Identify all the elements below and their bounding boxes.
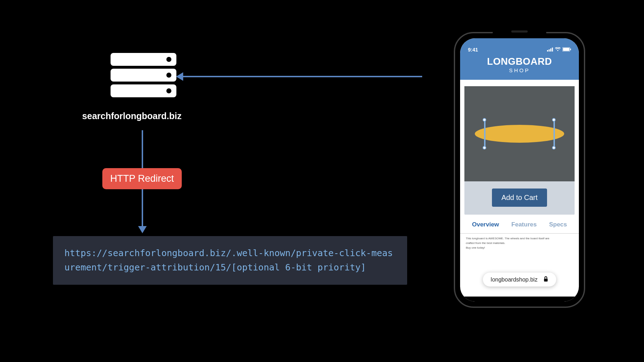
- screen-bottom-mask: [460, 297, 579, 302]
- url-text: longboardshop.biz: [491, 277, 538, 283]
- tabs-divider: [460, 233, 579, 234]
- add-to-cart-button[interactable]: Add to Cart: [492, 189, 547, 207]
- product-card: Add to Cart: [464, 86, 575, 215]
- desc-line: Buy one today!: [466, 246, 573, 250]
- server-row: [111, 69, 176, 82]
- server-icon: [111, 53, 176, 97]
- svg-rect-3: [552, 48, 553, 52]
- server-row: [111, 53, 176, 66]
- server-row: [111, 84, 176, 97]
- svg-rect-1: [549, 49, 550, 52]
- phone-notch: [493, 28, 546, 38]
- tab-specs[interactable]: Specs: [549, 221, 567, 228]
- signal-icon: [547, 47, 553, 53]
- server-block: searchforlongboard.biz: [109, 53, 177, 121]
- app-title: LONGBOARD: [460, 56, 579, 67]
- status-indicators: [547, 47, 571, 53]
- tabs: Overview Features Specs: [460, 215, 579, 231]
- svg-rect-7: [544, 279, 547, 282]
- svg-rect-0: [547, 50, 548, 52]
- browser-url-pill[interactable]: longboardshop.biz: [483, 273, 556, 287]
- tab-features[interactable]: Features: [511, 221, 537, 228]
- app-header: LONGBOARD SHOP: [460, 54, 579, 80]
- wifi-icon: [555, 47, 561, 53]
- status-time: 9:41: [468, 47, 478, 53]
- desc-line: crafted from the best materials.: [466, 241, 573, 246]
- product-description: This longboard is AWESOME. The wheels an…: [460, 236, 579, 250]
- phone-frame: 9:41 LONGBOARD SHOP: [454, 32, 585, 308]
- arrow-phone-to-server: [182, 76, 422, 77]
- redirect-url: https://searchforlongboard.biz/.well-kno…: [53, 236, 407, 285]
- http-redirect-badge: HTTP Redirect: [102, 168, 182, 189]
- longboard-icon: [475, 125, 564, 143]
- app-subtitle: SHOP: [460, 67, 579, 73]
- lock-icon: [543, 276, 548, 283]
- status-bar: 9:41: [460, 38, 579, 54]
- truck-right-icon: [553, 120, 555, 147]
- tab-overview[interactable]: Overview: [472, 221, 499, 228]
- server-label: searchforlongboard.biz: [75, 111, 189, 121]
- product-image: [464, 86, 575, 181]
- phone-screen: 9:41 LONGBOARD SHOP: [460, 38, 579, 302]
- battery-icon: [562, 47, 571, 53]
- svg-rect-2: [550, 49, 551, 52]
- truck-left-icon: [484, 120, 486, 147]
- desc-line: This longboard is AWESOME. The wheels an…: [466, 236, 573, 241]
- svg-rect-5: [563, 48, 570, 51]
- svg-rect-6: [570, 49, 571, 50]
